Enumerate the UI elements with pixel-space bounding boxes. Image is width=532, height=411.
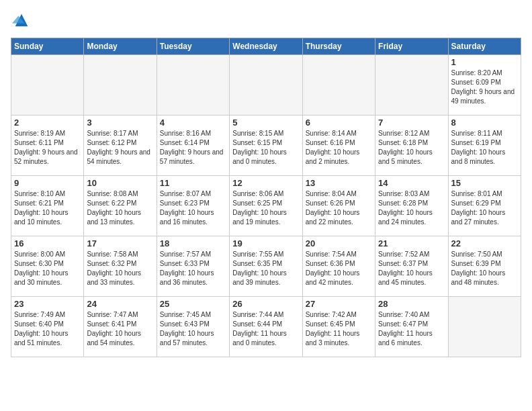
day-info-text: Sunrise: 8:01 AM Sunset: 6:29 PM Dayligh…: [451, 189, 518, 227]
calendar-day-cell: 17Sunrise: 7:58 AM Sunset: 6:32 PM Dayli…: [84, 236, 157, 297]
calendar-day-cell: 16Sunrise: 8:00 AM Sunset: 6:30 PM Dayli…: [11, 236, 84, 297]
calendar-day-cell: 20Sunrise: 7:54 AM Sunset: 6:36 PM Dayli…: [302, 236, 375, 297]
day-of-week-header: Friday: [375, 38, 448, 55]
day-number: 14: [378, 178, 445, 188]
day-info-text: Sunrise: 7:45 AM Sunset: 6:43 PM Dayligh…: [160, 310, 226, 348]
day-info-text: Sunrise: 7:58 AM Sunset: 6:32 PM Dayligh…: [87, 250, 153, 287]
day-info-text: Sunrise: 8:19 AM Sunset: 6:11 PM Dayligh…: [14, 129, 81, 167]
day-number: 15: [451, 178, 518, 188]
calendar-day-cell: 5Sunrise: 8:15 AM Sunset: 6:15 PM Daylig…: [230, 116, 302, 176]
day-info-text: Sunrise: 8:00 AM Sunset: 6:30 PM Dayligh…: [14, 250, 81, 287]
calendar-day-cell: [448, 297, 521, 357]
day-number: 26: [232, 299, 299, 309]
day-number: 19: [232, 238, 299, 248]
day-number: 17: [87, 238, 153, 248]
calendar-day-cell: 15Sunrise: 8:01 AM Sunset: 6:29 PM Dayli…: [448, 176, 521, 236]
calendar-day-cell: 24Sunrise: 7:47 AM Sunset: 6:41 PM Dayli…: [84, 297, 157, 357]
calendar-day-cell: 10Sunrise: 8:08 AM Sunset: 6:22 PM Dayli…: [84, 176, 157, 236]
day-info-text: Sunrise: 8:06 AM Sunset: 6:25 PM Dayligh…: [232, 189, 299, 227]
calendar-table: SundayMondayTuesdayWednesdayThursdayFrid…: [11, 38, 521, 357]
calendar-day-cell: [375, 55, 448, 116]
calendar-day-cell: 4Sunrise: 8:16 AM Sunset: 6:14 PM Daylig…: [157, 116, 229, 176]
calendar-day-cell: [157, 55, 229, 116]
day-number: 8: [451, 118, 518, 128]
day-of-week-header: Tuesday: [157, 38, 229, 55]
day-number: 6: [306, 118, 372, 128]
calendar-day-cell: 2Sunrise: 8:19 AM Sunset: 6:11 PM Daylig…: [11, 116, 84, 176]
day-info-text: Sunrise: 7:52 AM Sunset: 6:37 PM Dayligh…: [378, 250, 445, 287]
day-info-text: Sunrise: 7:47 AM Sunset: 6:41 PM Dayligh…: [87, 310, 153, 348]
day-of-week-header: Wednesday: [230, 38, 302, 55]
day-info-text: Sunrise: 7:54 AM Sunset: 6:36 PM Dayligh…: [306, 250, 372, 287]
calendar-day-cell: 13Sunrise: 8:04 AM Sunset: 6:26 PM Dayli…: [302, 176, 375, 236]
day-number: 27: [306, 299, 372, 309]
calendar-day-cell: 27Sunrise: 7:42 AM Sunset: 6:45 PM Dayli…: [302, 297, 375, 357]
day-info-text: Sunrise: 8:14 AM Sunset: 6:16 PM Dayligh…: [306, 129, 372, 167]
day-number: 7: [378, 118, 445, 128]
calendar-day-cell: 18Sunrise: 7:57 AM Sunset: 6:33 PM Dayli…: [157, 236, 229, 297]
calendar-day-cell: [302, 55, 375, 116]
calendar-week-row: 2Sunrise: 8:19 AM Sunset: 6:11 PM Daylig…: [11, 116, 521, 176]
day-number: 18: [160, 238, 226, 248]
calendar-day-cell: 7Sunrise: 8:12 AM Sunset: 6:18 PM Daylig…: [375, 116, 448, 176]
calendar-day-cell: 21Sunrise: 7:52 AM Sunset: 6:37 PM Dayli…: [375, 236, 448, 297]
day-number: 4: [160, 118, 226, 128]
day-of-week-header: Monday: [84, 38, 157, 55]
calendar-week-row: 23Sunrise: 7:49 AM Sunset: 6:40 PM Dayli…: [11, 297, 521, 357]
day-number: 21: [378, 238, 445, 248]
day-info-text: Sunrise: 8:16 AM Sunset: 6:14 PM Dayligh…: [160, 129, 226, 167]
day-info-text: Sunrise: 8:03 AM Sunset: 6:28 PM Dayligh…: [378, 189, 445, 227]
day-number: 25: [160, 299, 226, 309]
calendar-day-cell: 28Sunrise: 7:40 AM Sunset: 6:47 PM Dayli…: [375, 297, 448, 357]
day-info-text: Sunrise: 7:50 AM Sunset: 6:39 PM Dayligh…: [451, 250, 518, 287]
day-info-text: Sunrise: 8:07 AM Sunset: 6:23 PM Dayligh…: [160, 189, 226, 227]
calendar-day-cell: 9Sunrise: 8:10 AM Sunset: 6:21 PM Daylig…: [11, 176, 84, 236]
day-of-week-header: Thursday: [302, 38, 375, 55]
calendar-day-cell: 14Sunrise: 8:03 AM Sunset: 6:28 PM Dayli…: [375, 176, 448, 236]
day-number: 20: [306, 238, 372, 248]
day-number: 2: [14, 118, 81, 128]
day-info-text: Sunrise: 7:40 AM Sunset: 6:47 PM Dayligh…: [378, 310, 445, 348]
header: [11, 11, 521, 30]
day-number: 24: [87, 299, 153, 309]
calendar-week-row: 16Sunrise: 8:00 AM Sunset: 6:30 PM Dayli…: [11, 236, 521, 297]
calendar-day-cell: 6Sunrise: 8:14 AM Sunset: 6:16 PM Daylig…: [302, 116, 375, 176]
day-info-text: Sunrise: 8:20 AM Sunset: 6:09 PM Dayligh…: [451, 68, 518, 106]
calendar-day-cell: 11Sunrise: 8:07 AM Sunset: 6:23 PM Dayli…: [157, 176, 229, 236]
calendar-day-cell: 19Sunrise: 7:55 AM Sunset: 6:35 PM Dayli…: [230, 236, 302, 297]
day-of-week-header: Sunday: [11, 38, 84, 55]
day-number: 22: [451, 238, 518, 248]
calendar-day-cell: 25Sunrise: 7:45 AM Sunset: 6:43 PM Dayli…: [157, 297, 229, 357]
calendar-week-row: 9Sunrise: 8:10 AM Sunset: 6:21 PM Daylig…: [11, 176, 521, 236]
day-number: 12: [232, 178, 299, 188]
day-number: 13: [306, 178, 372, 188]
calendar-day-cell: 8Sunrise: 8:11 AM Sunset: 6:19 PM Daylig…: [448, 116, 521, 176]
day-info-text: Sunrise: 8:10 AM Sunset: 6:21 PM Dayligh…: [14, 189, 81, 227]
day-info-text: Sunrise: 8:11 AM Sunset: 6:19 PM Dayligh…: [451, 129, 518, 167]
logo: [11, 11, 31, 30]
day-number: 10: [87, 178, 153, 188]
day-info-text: Sunrise: 8:17 AM Sunset: 6:12 PM Dayligh…: [87, 129, 153, 167]
calendar-day-cell: 26Sunrise: 7:44 AM Sunset: 6:44 PM Dayli…: [230, 297, 302, 357]
logo-icon: [12, 11, 31, 30]
calendar-day-cell: 22Sunrise: 7:50 AM Sunset: 6:39 PM Dayli…: [448, 236, 521, 297]
day-info-text: Sunrise: 7:44 AM Sunset: 6:44 PM Dayligh…: [232, 310, 299, 348]
calendar-day-cell: 23Sunrise: 7:49 AM Sunset: 6:40 PM Dayli…: [11, 297, 84, 357]
day-info-text: Sunrise: 8:12 AM Sunset: 6:18 PM Dayligh…: [378, 129, 445, 167]
day-info-text: Sunrise: 7:49 AM Sunset: 6:40 PM Dayligh…: [14, 310, 81, 348]
day-number: 16: [14, 238, 81, 248]
calendar-day-cell: [230, 55, 302, 116]
day-number: 23: [14, 299, 81, 309]
day-number: 1: [451, 57, 518, 67]
calendar-header-row: SundayMondayTuesdayWednesdayThursdayFrid…: [11, 38, 521, 55]
day-info-text: Sunrise: 8:04 AM Sunset: 6:26 PM Dayligh…: [306, 189, 372, 227]
day-info-text: Sunrise: 8:15 AM Sunset: 6:15 PM Dayligh…: [232, 129, 299, 167]
calendar-day-cell: 12Sunrise: 8:06 AM Sunset: 6:25 PM Dayli…: [230, 176, 302, 236]
calendar-week-row: 1Sunrise: 8:20 AM Sunset: 6:09 PM Daylig…: [11, 55, 521, 116]
day-info-text: Sunrise: 7:42 AM Sunset: 6:45 PM Dayligh…: [306, 310, 372, 348]
day-number: 11: [160, 178, 226, 188]
day-number: 5: [232, 118, 299, 128]
day-number: 28: [378, 299, 445, 309]
day-info-text: Sunrise: 7:57 AM Sunset: 6:33 PM Dayligh…: [160, 250, 226, 287]
day-info-text: Sunrise: 7:55 AM Sunset: 6:35 PM Dayligh…: [232, 250, 299, 287]
